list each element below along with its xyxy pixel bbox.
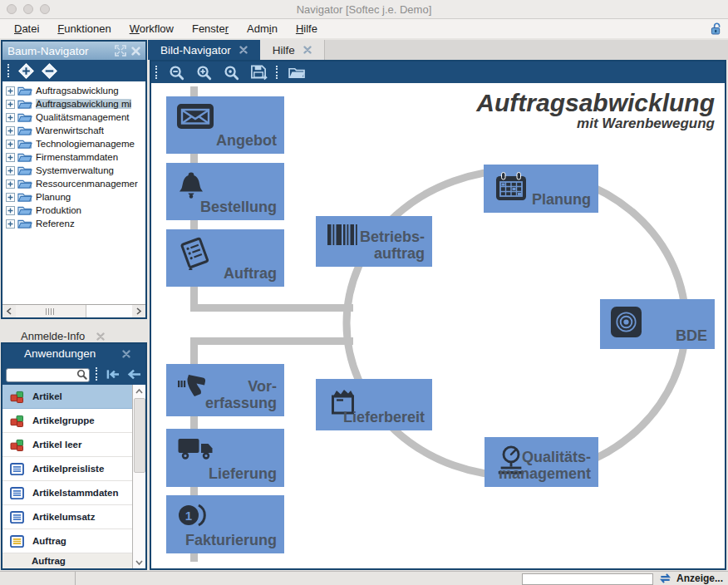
- cubes-icon: [10, 391, 24, 403]
- close-tab-icon[interactable]: [303, 46, 312, 54]
- collapse-all-icon[interactable]: [42, 63, 57, 79]
- menu-item-funktionen[interactable]: Funktionen: [48, 19, 120, 38]
- tree-item[interactable]: Produktion: [2, 204, 145, 217]
- workflow-node-betriebsauftrag[interactable]: Betriebs-auftrag: [316, 216, 432, 267]
- tree-item[interactable]: Qualitätsmanagement: [2, 111, 145, 124]
- tree-item[interactable]: Systemverwaltung: [2, 164, 145, 177]
- scroll-up-icon[interactable]: [133, 385, 145, 397]
- anzeige-button[interactable]: Anzeige...: [658, 573, 723, 584]
- plus-box-icon[interactable]: [6, 126, 15, 135]
- drag-handle[interactable]: [155, 66, 159, 79]
- tree-item-label: Auftragsabwicklung: [36, 86, 119, 96]
- scroll-down-icon[interactable]: [133, 556, 145, 568]
- tree-item-label: Technologiemanageme: [36, 139, 135, 149]
- list-vertical-scrollbar[interactable]: [132, 385, 145, 568]
- status-bar: Anzeige...: [0, 571, 728, 585]
- workflow-node-planung[interactable]: Planung: [484, 165, 598, 213]
- menu-item-workflow[interactable]: Workflow: [121, 19, 183, 38]
- plus-box-icon[interactable]: [6, 153, 15, 162]
- workflow-node-vorerfassung[interactable]: Vor-erfassung: [166, 364, 284, 416]
- drag-handle[interactable]: [7, 64, 11, 77]
- workflow-node-angebot[interactable]: Angebot: [166, 96, 284, 154]
- zoom-in-button[interactable]: [194, 63, 214, 81]
- node-label: Betriebs-auftrag: [360, 229, 425, 263]
- list-item[interactable]: Artikel leer: [2, 433, 132, 457]
- tree-item[interactable]: Technologiemanageme: [2, 137, 145, 150]
- expand-all-icon[interactable]: [18, 63, 34, 79]
- tree-item[interactable]: Warenwirtschaft: [2, 124, 145, 137]
- tree-item[interactable]: Auftragsabwicklung mi: [2, 97, 145, 111]
- workflow-node-auftrag[interactable]: Auftrag: [166, 229, 284, 287]
- plus-box-icon[interactable]: [6, 206, 15, 215]
- workflow-node-lieferung[interactable]: Lieferung: [166, 429, 284, 487]
- workflow-node-qualitaetsmanagement[interactable]: Qualitäts-management: [485, 437, 598, 487]
- list-item-label: Artikelpreisliste: [32, 464, 104, 474]
- tab-hilfe[interactable]: Hilfe: [260, 40, 325, 60]
- list-item[interactable]: Artikelpreisliste: [2, 457, 132, 481]
- list-item[interactable]: Artikel: [2, 385, 132, 409]
- zoom-reset-button[interactable]: [221, 63, 241, 81]
- tree-item[interactable]: Planung: [2, 190, 145, 204]
- list-item[interactable]: Auftrag: [2, 553, 132, 568]
- list-blue-icon: [10, 487, 24, 499]
- list-item[interactable]: Artikelstammdaten: [2, 481, 132, 505]
- scrollbar-track[interactable]: [86, 305, 132, 317]
- zoom-out-button[interactable]: [166, 63, 186, 81]
- plus-box-icon[interactable]: [6, 219, 15, 229]
- tree-item-label: Qualitätsmanagement: [36, 112, 130, 122]
- list-item[interactable]: Artikelgruppe: [2, 409, 132, 433]
- plus-box-icon[interactable]: [6, 166, 15, 175]
- plus-box-icon[interactable]: [6, 113, 15, 122]
- close-panel-icon[interactable]: [131, 47, 140, 56]
- folder-open-icon: [17, 125, 32, 136]
- open-folder-button[interactable]: [287, 63, 307, 81]
- list-item-label: Artikelgruppe: [32, 415, 95, 425]
- close-tab-icon[interactable]: [122, 350, 130, 358]
- menu-item-hilfe[interactable]: Hilfe: [287, 19, 327, 38]
- workflow-node-bestellung[interactable]: Bestellung: [166, 163, 284, 220]
- drag-handle[interactable]: [276, 66, 279, 79]
- list-item-label: Auftrag: [32, 556, 66, 566]
- diagram-title: Auftragsabwicklung: [476, 90, 715, 116]
- tree-navigator-panel: Baum-Navigator AuftragsabwicklungAuftrag…: [1, 40, 147, 319]
- tree-view: AuftragsabwicklungAuftragsabwicklung miQ…: [2, 81, 145, 304]
- menu-item-datei[interactable]: Datei: [5, 19, 48, 38]
- scrollbar-thumb[interactable]: [134, 398, 145, 473]
- scrollbar-thumb[interactable]: [16, 305, 86, 317]
- tree-horizontal-scrollbar[interactable]: [2, 304, 145, 317]
- scroll-left-icon[interactable]: [2, 305, 16, 317]
- node-label: Angebot: [216, 133, 277, 150]
- plus-box-icon[interactable]: [6, 100, 15, 109]
- list-item[interactable]: Auftrag: [2, 529, 132, 553]
- tab-bild-navigator[interactable]: Bild-Navigator: [148, 40, 260, 60]
- plus-box-icon[interactable]: [6, 179, 15, 189]
- list-item[interactable]: Artikelumsatz: [2, 505, 132, 529]
- plus-box-icon[interactable]: [6, 140, 15, 149]
- close-tab-icon[interactable]: [96, 332, 105, 341]
- folder-open-icon: [17, 151, 32, 163]
- envelope-icon: [177, 104, 214, 129]
- workflow-node-bde[interactable]: BDE: [600, 299, 715, 349]
- node-label: Fakturierung: [185, 533, 277, 549]
- save-button[interactable]: [248, 63, 268, 81]
- plus-box-icon[interactable]: [6, 193, 15, 202]
- workflow-node-lieferbereit[interactable]: Lieferbereit: [316, 379, 432, 430]
- scroll-right-icon[interactable]: [132, 305, 145, 317]
- tree-item[interactable]: Ressourcenmanagemer: [2, 177, 145, 190]
- tab-anmelde-info[interactable]: Anmelde-Info: [1, 330, 147, 342]
- menu-item-fenster[interactable]: Fenster: [183, 19, 238, 38]
- drag-handle[interactable]: [96, 367, 99, 381]
- go-first-icon[interactable]: [105, 368, 121, 381]
- close-tab-icon[interactable]: [239, 46, 248, 54]
- maximize-panel-icon[interactable]: [115, 45, 126, 57]
- menu-item-admin[interactable]: Admin: [238, 19, 287, 38]
- plus-box-icon[interactable]: [6, 86, 15, 96]
- status-field[interactable]: [522, 573, 653, 585]
- tree-item[interactable]: Auftragsabwicklung: [2, 84, 145, 97]
- tab-anwendungen[interactable]: Anwendungen: [2, 344, 145, 363]
- workflow-node-fakturierung[interactable]: 1Fakturierung: [166, 495, 284, 553]
- back-arrow-icon[interactable]: [126, 368, 142, 381]
- tree-item[interactable]: Firmenstammdaten: [2, 150, 145, 164]
- tree-item[interactable]: Referenz: [2, 217, 145, 230]
- barcode-icon: [327, 224, 362, 246]
